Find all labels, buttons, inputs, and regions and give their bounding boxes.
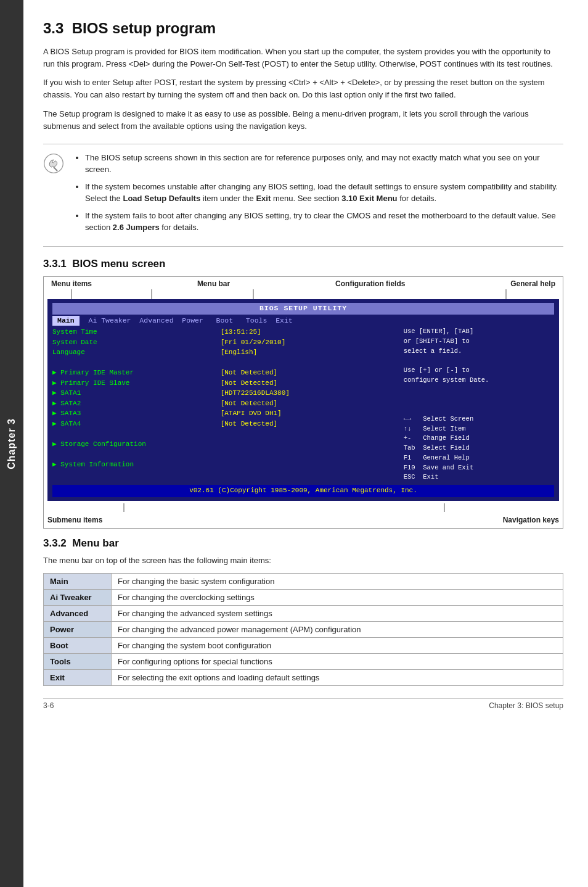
table-row: ExitFor selecting the exit options and l…: [44, 670, 563, 686]
bios-help-4: Use [+] or [-] to: [404, 366, 554, 376]
bios-item-sata4: ▶ SATA4: [52, 419, 218, 429]
intro-p3: The Setup program is designed to make it…: [43, 108, 563, 133]
page-wrapper: Chapter 3 3.3 BIOS setup program A BIOS …: [0, 0, 588, 887]
sidebar-label: Chapter 3: [6, 418, 17, 469]
menu-item-description: For changing the basic system configurat…: [112, 574, 563, 590]
bios-val-lang: [English]: [221, 347, 401, 358]
bios-val-sata4: [Not Detected]: [221, 419, 401, 429]
lbl-menu-items: Menu items: [51, 279, 92, 288]
menu-item-name: Advanced: [44, 606, 112, 622]
menu-item-description: For changing the advanced system setting…: [112, 606, 563, 622]
bios-val-time: [13:51:25]: [221, 327, 401, 337]
wrench-icon: [43, 153, 64, 174]
bios-diagram: Menu items Menu bar Configuration fields…: [43, 276, 563, 529]
bottom-connector-lines: [44, 503, 563, 513]
table-row: BootFor changing the system boot configu…: [44, 638, 563, 654]
bios-help-5: configure system Date.: [404, 376, 554, 386]
subsection-332-title: 3.3.2 Menu bar: [43, 537, 563, 550]
table-row: PowerFor changing the advanced power man…: [44, 622, 563, 638]
intro-p2: If you wish to enter Setup after POST, r…: [43, 76, 563, 101]
menu-item-name: Boot: [44, 638, 112, 654]
lbl-config-fields: Configuration fields: [335, 279, 405, 288]
svg-line-1: [54, 167, 57, 171]
menu-item-name: Tools: [44, 654, 112, 670]
menu-bar-table: MainFor changing the basic system config…: [43, 573, 563, 686]
menu-item-description: For changing the system boot configurati…: [112, 638, 563, 654]
note-icon: [43, 152, 68, 239]
bios-spacer-2: [52, 429, 218, 439]
bios-item-language: Language: [52, 347, 218, 358]
bios-spacer-3: [52, 449, 218, 460]
note-item-1: The BIOS setup screens shown in this sec…: [85, 152, 563, 176]
bios-help-spacer2: [404, 386, 554, 395]
menu-item-name: Ai Tweaker: [44, 590, 112, 606]
bios-val-sata3: [ATAPI DVD DH1]: [221, 408, 401, 419]
bios-footer: v02.61 (C)Copyright 1985-2009, American …: [52, 485, 554, 497]
note-item-2: If the system becomes unstable after cha…: [85, 181, 563, 205]
main-content: 3.3 BIOS setup program A BIOS Setup prog…: [23, 0, 588, 887]
bios-item-sata3: ▶ SATA3: [52, 408, 218, 419]
table-row: MainFor changing the basic system config…: [44, 574, 563, 590]
connector-lines: [44, 288, 563, 299]
menu-item-name: Exit: [44, 670, 112, 686]
bios-spacer-m1: [221, 358, 401, 368]
bios-help-1: Use [ENTER], [TAB]: [404, 327, 554, 337]
lbl-submenu-items: Submenu items: [47, 516, 102, 524]
menu-item-name: Main: [44, 574, 112, 590]
bios-val-date: [Fri 01/29/2010]: [221, 337, 401, 348]
note-box: The BIOS setup screens shown in this sec…: [43, 144, 563, 247]
bios-nav: Main Ai Tweaker Advanced Power Boot Tool…: [52, 316, 554, 326]
bios-help-spacer3: [404, 395, 554, 405]
menu-item-description: For configuring options for special func…: [112, 654, 563, 670]
bios-header: BIOS SETUP UTILITY: [52, 303, 554, 315]
diagram-top-labels: Menu items Menu bar Configuration fields…: [44, 277, 563, 288]
subsection-332-intro: The menu bar on top of the screen has th…: [43, 555, 563, 567]
bios-val-ide-master: [Not Detected]: [221, 368, 401, 378]
bios-spacer-1: [52, 358, 218, 368]
bios-body: System Time System Date Language ▶ Prima…: [52, 327, 554, 482]
bios-nav-help-1: ←→ Select Screen: [404, 415, 554, 424]
bios-tabs-other: Ai Tweaker Advanced Power Boot Tools Exi…: [80, 316, 298, 326]
bios-item-system-info: ▶ System Information: [52, 460, 218, 470]
bios-val-sata1: [HDT722516DLA380]: [221, 388, 401, 398]
bios-nav-help-6: F10 Save and Exit: [404, 463, 554, 473]
lbl-menu-bar: Menu bar: [197, 279, 230, 288]
intro-p1: A BIOS Setup program is provided for BIO…: [43, 46, 563, 70]
bios-help-3: select a field.: [404, 347, 554, 357]
bios-item-sata1: ▶ SATA1: [52, 388, 218, 398]
bios-screen: BIOS SETUP UTILITY Main Ai Tweaker Advan…: [47, 299, 559, 501]
bios-nav-help-7: ESC Exit: [404, 472, 554, 482]
bios-middle-col: [13:51:25] [Fri 01/29/2010] [English] [N…: [221, 327, 401, 482]
menu-item-name: Power: [44, 622, 112, 638]
bios-val-sata2: [Not Detected]: [221, 398, 401, 409]
lbl-navigation-keys: Navigation keys: [503, 516, 559, 524]
footer-right: Chapter 3: BIOS setup: [489, 701, 563, 710]
menu-item-description: For selecting the exit options and loadi…: [112, 670, 563, 686]
sidebar-tab: Chapter 3: [0, 0, 23, 887]
bios-left-col: System Time System Date Language ▶ Prima…: [52, 327, 218, 482]
bios-item-primary-ide-slave: ▶ Primary IDE Slave: [52, 378, 218, 389]
bios-val-ide-slave: [Not Detected]: [221, 378, 401, 389]
menu-item-description: For changing the advanced power manageme…: [112, 622, 563, 638]
bios-help-spacer: [404, 356, 554, 366]
table-row: Ai TweakerFor changing the overclocking …: [44, 590, 563, 606]
table-row: ToolsFor configuring options for special…: [44, 654, 563, 670]
table-row: AdvancedFor changing the advanced system…: [44, 606, 563, 622]
bios-item-storage-config: ▶ Storage Configuration: [52, 439, 218, 450]
menu-item-description: For changing the overclocking settings: [112, 590, 563, 606]
bios-nav-help-3: +- Change Field: [404, 434, 554, 444]
bios-item-system-date: System Date: [52, 337, 218, 348]
lbl-general-help: General help: [510, 279, 555, 288]
bios-nav-help-5: F1 General Help: [404, 453, 554, 463]
bios-help-2: or [SHIFT-TAB] to: [404, 337, 554, 347]
bios-tab-main: Main: [52, 316, 80, 326]
bios-item-primary-ide-master: ▶ Primary IDE Master: [52, 368, 218, 378]
footer-left: 3-6: [43, 701, 54, 710]
bios-item-sata2: ▶ SATA2: [52, 398, 218, 409]
bios-nav-help-2: ↑↓ Select Item: [404, 424, 554, 434]
bios-item-system-time: System Time: [52, 327, 218, 337]
bios-right-col: Use [ENTER], [TAB] or [SHIFT-TAB] to sel…: [404, 327, 554, 482]
bios-nav-help-4: Tab Select Field: [404, 444, 554, 453]
subsection-331-title: 3.3.1 BIOS menu screen: [43, 258, 563, 270]
page-footer: 3-6 Chapter 3: BIOS setup: [43, 698, 563, 710]
